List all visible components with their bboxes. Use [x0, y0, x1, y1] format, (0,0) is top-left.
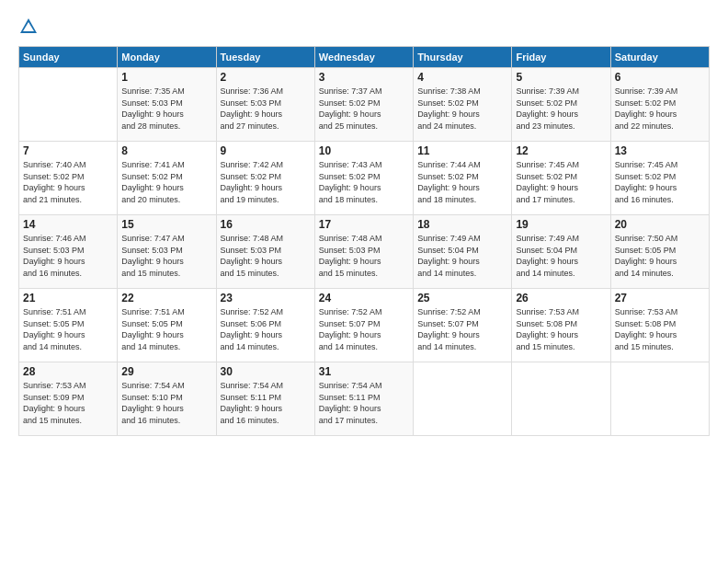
calendar-cell: 11Sunrise: 7:44 AM Sunset: 5:02 PM Dayli… [414, 142, 512, 215]
day-info: Sunrise: 7:48 AM Sunset: 5:03 PM Dayligh… [319, 233, 409, 279]
calendar-cell: 28Sunrise: 7:53 AM Sunset: 5:09 PM Dayli… [19, 362, 118, 436]
day-number: 28 [23, 365, 113, 378]
day-number: 8 [121, 144, 211, 157]
day-info: Sunrise: 7:46 AM Sunset: 5:03 PM Dayligh… [23, 233, 113, 279]
day-info: Sunrise: 7:52 AM Sunset: 5:06 PM Dayligh… [221, 306, 311, 352]
day-number: 24 [319, 292, 409, 304]
day-info: Sunrise: 7:45 AM Sunset: 5:02 PM Dayligh… [516, 159, 606, 205]
day-info: Sunrise: 7:54 AM Sunset: 5:11 PM Dayligh… [319, 380, 409, 426]
day-number: 26 [516, 292, 606, 304]
calendar-cell [610, 362, 709, 436]
day-info: Sunrise: 7:44 AM Sunset: 5:02 PM Dayligh… [417, 159, 507, 205]
calendar-cell: 3Sunrise: 7:37 AM Sunset: 5:02 PM Daylig… [314, 68, 413, 142]
calendar-cell: 21Sunrise: 7:51 AM Sunset: 5:05 PM Dayli… [19, 289, 118, 362]
calendar-cell: 1Sunrise: 7:35 AM Sunset: 5:03 PM Daylig… [118, 68, 216, 142]
calendar-cell [512, 362, 610, 436]
day-info: Sunrise: 7:49 AM Sunset: 5:04 PM Dayligh… [417, 233, 507, 279]
calendar-cell: 6Sunrise: 7:39 AM Sunset: 5:02 PM Daylig… [610, 68, 709, 142]
calendar-cell: 26Sunrise: 7:53 AM Sunset: 5:08 PM Dayli… [512, 289, 610, 362]
calendar-cell: 29Sunrise: 7:54 AM Sunset: 5:10 PM Dayli… [118, 362, 216, 436]
calendar-header-sunday: Sunday [19, 47, 118, 68]
day-info: Sunrise: 7:40 AM Sunset: 5:02 PM Dayligh… [23, 159, 113, 205]
day-info: Sunrise: 7:52 AM Sunset: 5:07 PM Dayligh… [319, 306, 409, 352]
day-number: 22 [121, 292, 211, 304]
day-info: Sunrise: 7:35 AM Sunset: 5:03 PM Dayligh… [121, 86, 211, 132]
calendar-cell: 19Sunrise: 7:49 AM Sunset: 5:04 PM Dayli… [512, 215, 610, 289]
day-number: 7 [23, 144, 113, 157]
page: SundayMondayTuesdayWednesdayThursdayFrid… [0, 0, 728, 563]
header [18, 17, 710, 37]
calendar-cell: 16Sunrise: 7:48 AM Sunset: 5:03 PM Dayli… [216, 215, 314, 289]
day-info: Sunrise: 7:43 AM Sunset: 5:02 PM Dayligh… [319, 159, 409, 205]
logo-icon [18, 17, 39, 37]
day-info: Sunrise: 7:42 AM Sunset: 5:02 PM Dayligh… [221, 159, 311, 205]
calendar-cell: 10Sunrise: 7:43 AM Sunset: 5:02 PM Dayli… [314, 142, 413, 215]
calendar-cell: 24Sunrise: 7:52 AM Sunset: 5:07 PM Dayli… [314, 289, 413, 362]
day-number: 12 [516, 144, 606, 157]
day-number: 2 [221, 71, 311, 84]
day-info: Sunrise: 7:37 AM Sunset: 5:02 PM Dayligh… [319, 86, 409, 132]
day-info: Sunrise: 7:45 AM Sunset: 5:02 PM Dayligh… [615, 159, 705, 205]
calendar-header-saturday: Saturday [610, 47, 709, 68]
day-number: 13 [615, 144, 705, 157]
day-number: 18 [417, 218, 507, 231]
day-number: 3 [319, 71, 409, 84]
calendar-cell: 31Sunrise: 7:54 AM Sunset: 5:11 PM Dayli… [314, 362, 413, 436]
calendar-cell: 25Sunrise: 7:52 AM Sunset: 5:07 PM Dayli… [414, 289, 512, 362]
day-number: 21 [23, 292, 113, 304]
day-info: Sunrise: 7:48 AM Sunset: 5:03 PM Dayligh… [221, 233, 311, 279]
day-info: Sunrise: 7:54 AM Sunset: 5:11 PM Dayligh… [221, 380, 311, 426]
day-number: 30 [221, 365, 311, 378]
calendar-header-monday: Monday [118, 47, 216, 68]
day-info: Sunrise: 7:49 AM Sunset: 5:04 PM Dayligh… [516, 233, 606, 279]
calendar-header-wednesday: Wednesday [314, 47, 413, 68]
day-number: 11 [417, 144, 507, 157]
calendar-cell: 13Sunrise: 7:45 AM Sunset: 5:02 PM Dayli… [610, 142, 709, 215]
day-number: 6 [615, 71, 705, 84]
calendar-week-row: 28Sunrise: 7:53 AM Sunset: 5:09 PM Dayli… [19, 362, 710, 436]
calendar-cell: 15Sunrise: 7:47 AM Sunset: 5:03 PM Dayli… [118, 215, 216, 289]
calendar-cell [19, 68, 118, 142]
calendar-cell: 2Sunrise: 7:36 AM Sunset: 5:03 PM Daylig… [216, 68, 314, 142]
day-info: Sunrise: 7:51 AM Sunset: 5:05 PM Dayligh… [23, 306, 113, 352]
day-number: 16 [221, 218, 311, 231]
calendar-cell: 20Sunrise: 7:50 AM Sunset: 5:05 PM Dayli… [610, 215, 709, 289]
calendar-cell: 12Sunrise: 7:45 AM Sunset: 5:02 PM Dayli… [512, 142, 610, 215]
calendar-cell: 14Sunrise: 7:46 AM Sunset: 5:03 PM Dayli… [19, 215, 118, 289]
day-number: 19 [516, 218, 606, 231]
calendar-week-row: 14Sunrise: 7:46 AM Sunset: 5:03 PM Dayli… [19, 215, 710, 289]
day-info: Sunrise: 7:41 AM Sunset: 5:02 PM Dayligh… [121, 159, 211, 205]
day-info: Sunrise: 7:53 AM Sunset: 5:08 PM Dayligh… [516, 306, 606, 352]
calendar-cell: 17Sunrise: 7:48 AM Sunset: 5:03 PM Dayli… [314, 215, 413, 289]
day-number: 1 [121, 71, 211, 84]
calendar-cell: 5Sunrise: 7:39 AM Sunset: 5:02 PM Daylig… [512, 68, 610, 142]
day-info: Sunrise: 7:52 AM Sunset: 5:07 PM Dayligh… [417, 306, 507, 352]
calendar-header-tuesday: Tuesday [216, 47, 314, 68]
calendar-cell: 4Sunrise: 7:38 AM Sunset: 5:02 PM Daylig… [414, 68, 512, 142]
day-number: 14 [23, 218, 113, 231]
day-number: 9 [221, 144, 311, 157]
calendar-header-thursday: Thursday [414, 47, 512, 68]
day-number: 15 [121, 218, 211, 231]
calendar-week-row: 1Sunrise: 7:35 AM Sunset: 5:03 PM Daylig… [19, 68, 710, 142]
day-info: Sunrise: 7:38 AM Sunset: 5:02 PM Dayligh… [417, 86, 507, 132]
day-number: 17 [319, 218, 409, 231]
day-number: 20 [615, 218, 705, 231]
calendar-cell [414, 362, 512, 436]
calendar-cell: 8Sunrise: 7:41 AM Sunset: 5:02 PM Daylig… [118, 142, 216, 215]
calendar-cell: 22Sunrise: 7:51 AM Sunset: 5:05 PM Dayli… [118, 289, 216, 362]
day-info: Sunrise: 7:53 AM Sunset: 5:09 PM Dayligh… [23, 380, 113, 426]
calendar-cell: 7Sunrise: 7:40 AM Sunset: 5:02 PM Daylig… [19, 142, 118, 215]
day-number: 23 [221, 292, 311, 304]
day-number: 25 [417, 292, 507, 304]
calendar-header-row: SundayMondayTuesdayWednesdayThursdayFrid… [19, 47, 710, 68]
day-info: Sunrise: 7:54 AM Sunset: 5:10 PM Dayligh… [121, 380, 211, 426]
calendar-table: SundayMondayTuesdayWednesdayThursdayFrid… [18, 46, 710, 436]
calendar-cell: 9Sunrise: 7:42 AM Sunset: 5:02 PM Daylig… [216, 142, 314, 215]
calendar-cell: 18Sunrise: 7:49 AM Sunset: 5:04 PM Dayli… [414, 215, 512, 289]
day-number: 29 [121, 365, 211, 378]
day-info: Sunrise: 7:47 AM Sunset: 5:03 PM Dayligh… [121, 233, 211, 279]
day-number: 10 [319, 144, 409, 157]
day-number: 31 [319, 365, 409, 378]
day-number: 4 [417, 71, 507, 84]
